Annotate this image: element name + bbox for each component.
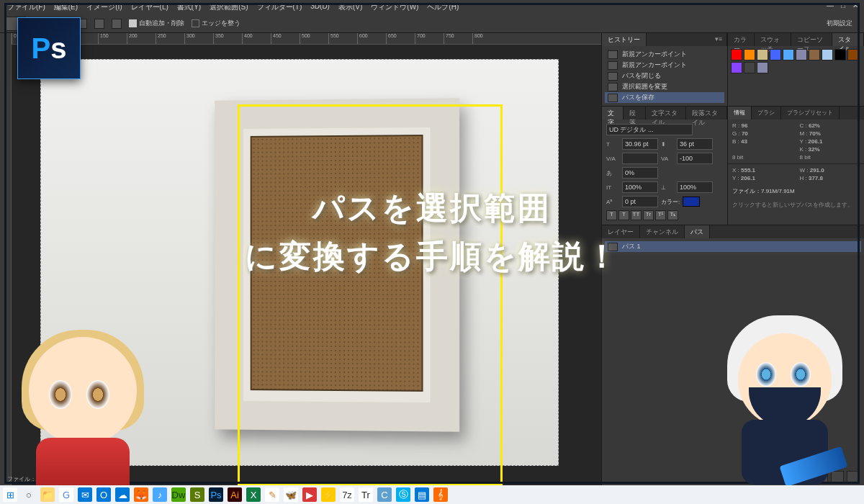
maximize-icon[interactable]: □	[841, 1, 845, 9]
kerning-input[interactable]	[622, 153, 658, 164]
info-hint: クリックすると新しいサブパスを作成します。	[728, 198, 864, 212]
taskbar-app-icon[interactable]: 🦋	[284, 487, 298, 502]
tab-カラー[interactable]: カラー	[728, 33, 755, 46]
taskbar-app-icon[interactable]: ✎	[265, 487, 279, 502]
hscale-input[interactable]	[677, 181, 713, 193]
font-family-input[interactable]	[606, 124, 693, 135]
taskbar-app-icon[interactable]: 𝄞	[433, 487, 448, 502]
baseline-input[interactable]	[622, 196, 658, 207]
close-icon[interactable]: ✕	[852, 1, 858, 9]
tab-段落[interactable]: 段落	[624, 107, 645, 120]
vscale-input[interactable]	[622, 181, 658, 193]
option-icon[interactable]	[112, 19, 122, 29]
style-swatch[interactable]	[796, 49, 807, 60]
style-swatch[interactable]	[783, 49, 794, 60]
tab-文字スタイル[interactable]: 文字スタイル	[646, 107, 687, 120]
style-swatch[interactable]	[834, 49, 846, 60]
hscale-icon: ⊥	[661, 184, 674, 191]
taskbar-app-icon[interactable]: 7z	[340, 487, 354, 502]
taskbar-app-icon[interactable]: Ps	[209, 487, 223, 502]
tab-パス[interactable]: パス	[685, 225, 710, 238]
tab-段落スタイル[interactable]: 段落スタイル	[686, 107, 727, 120]
style-swatch[interactable]	[744, 49, 755, 60]
menu-item[interactable]: レイヤー(L)	[127, 0, 173, 14]
tab-情報[interactable]: 情報	[728, 107, 752, 120]
menu-item[interactable]: イメージ(I)	[82, 0, 126, 14]
style-swatch[interactable]	[757, 62, 768, 73]
taskbar-app-icon[interactable]: ▶	[302, 487, 317, 502]
auto-add-checkbox[interactable]: ✓自動追加・削除	[129, 19, 184, 28]
style-swatch[interactable]	[822, 49, 833, 60]
workspace-preset-button[interactable]: 初期設定	[827, 19, 858, 28]
taskbar-app-icon[interactable]: ✉	[78, 487, 92, 502]
menu-item[interactable]: 編集(E)	[50, 0, 82, 14]
subscript-button[interactable]: T₁	[667, 210, 678, 220]
leading-icon: ⬍	[661, 141, 674, 148]
opacity-icon: あ	[606, 169, 619, 177]
superscript-button[interactable]: T¹	[655, 210, 666, 220]
taskbar-app-icon[interactable]: ☁	[115, 487, 130, 502]
style-swatch[interactable]	[809, 49, 820, 60]
taskbar-app-icon[interactable]: ▤	[415, 487, 429, 502]
smallcaps-button[interactable]: Tr	[643, 210, 654, 220]
taskbar-app-icon[interactable]: G	[59, 487, 73, 502]
style-swatch[interactable]	[731, 49, 742, 60]
tab-history[interactable]: ヒストリー	[602, 33, 647, 46]
tab-文字[interactable]: 文字	[602, 107, 624, 120]
style-swatch[interactable]	[731, 62, 742, 73]
option-icon[interactable]	[94, 19, 104, 29]
menu-item[interactable]: ファイル(F)	[3, 0, 50, 14]
tab-スウォッチ[interactable]: スウォッチ	[755, 33, 791, 46]
italic-button[interactable]: T	[618, 210, 629, 220]
taskbar-app-icon[interactable]: Tr	[359, 487, 373, 502]
history-item-selected[interactable]: パスを保存	[605, 92, 724, 103]
menu-item[interactable]: 3D(D)	[306, 0, 334, 14]
style-swatch[interactable]	[770, 49, 781, 60]
menu-item[interactable]: ウィンドウ(W)	[366, 0, 423, 14]
tab-レイヤー[interactable]: レイヤー	[602, 225, 640, 238]
tab-チャンネル[interactable]: チャンネル	[640, 225, 685, 238]
taskbar-app-icon[interactable]: ○	[22, 487, 36, 502]
path-item[interactable]: パス 1	[605, 241, 861, 252]
history-item[interactable]: 新規アンカーポイント	[605, 60, 724, 71]
taskbar-app-icon[interactable]: X	[246, 487, 261, 502]
info-panel: R : 96C : 62% G : 70M : 70% B : 43Y : 20…	[728, 120, 864, 163]
taskbar-app-icon[interactable]: ⚡	[321, 487, 336, 502]
menu-item[interactable]: 表示(V)	[334, 0, 366, 14]
history-step-icon	[608, 50, 618, 59]
tab-スタイル[interactable]: スタイル	[832, 33, 864, 46]
leading-input[interactable]	[677, 138, 713, 150]
menu-item[interactable]: ヘルプ(H)	[423, 0, 463, 14]
tab-ブラシプリセット[interactable]: ブラシプリセット	[781, 107, 840, 120]
tab-ブラシ[interactable]: ブラシ	[752, 107, 781, 120]
rubber-checkbox[interactable]: エッジを整う	[192, 19, 240, 28]
text-color-swatch[interactable]	[683, 197, 700, 207]
taskbar-app-icon[interactable]: Dw	[171, 487, 186, 502]
taskbar-app-icon[interactable]: ⊞	[3, 487, 17, 502]
style-swatch[interactable]	[757, 49, 768, 60]
taskbar-app-icon[interactable]: 📁	[40, 487, 55, 502]
history-item[interactable]: 選択範囲を変更	[605, 81, 724, 92]
taskbar-app-icon[interactable]: S	[190, 487, 204, 502]
taskbar-app-icon[interactable]: 🦊	[134, 487, 148, 502]
style-swatch[interactable]	[744, 62, 755, 73]
menu-item[interactable]: 選択範囲(S)	[205, 0, 252, 14]
menu-item[interactable]: 書式(Y)	[173, 0, 205, 14]
opacity-input[interactable]	[622, 167, 658, 179]
font-size-input[interactable]	[622, 138, 658, 150]
history-item[interactable]: 新規アンカーポイント	[605, 49, 724, 60]
taskbar-app-icon[interactable]: Ai	[228, 487, 242, 502]
taskbar-app-icon[interactable]: C	[377, 487, 392, 502]
taskbar-app-icon[interactable]: Ⓢ	[396, 487, 410, 502]
minimize-icon[interactable]: —	[827, 1, 834, 9]
style-swatch[interactable]	[847, 49, 859, 60]
tab-コピーソース[interactable]: コピーソース	[791, 33, 832, 46]
taskbar-app-icon[interactable]: ♪	[153, 487, 167, 502]
tracking-input[interactable]	[677, 153, 713, 164]
history-item[interactable]: パスを閉じる	[605, 71, 724, 81]
taskbar-app-icon[interactable]: O	[96, 487, 111, 502]
menu-item[interactable]: フィルター(T)	[253, 0, 307, 14]
panel-menu-icon[interactable]: ▾≡	[711, 33, 727, 46]
caps-button[interactable]: TT	[631, 210, 642, 220]
bold-button[interactable]: T	[606, 210, 617, 220]
